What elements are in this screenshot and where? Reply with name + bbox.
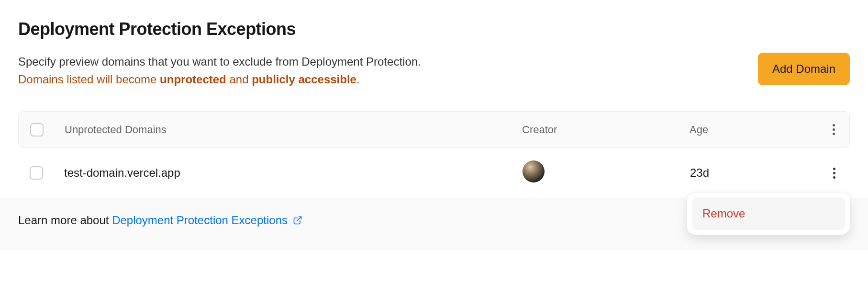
external-link-icon	[293, 216, 302, 225]
row-age: 23d	[690, 166, 810, 180]
learn-more-link-text: Deployment Protection Exceptions	[112, 214, 288, 227]
column-header-creator: Creator	[522, 124, 690, 136]
learn-more-link[interactable]: Deployment Protection Exceptions	[112, 214, 302, 227]
row-actions-popover: Remove	[687, 193, 850, 235]
table-header-row: Unprotected Domains Creator Age	[18, 111, 850, 148]
page-description: Specify preview domains that you want to…	[18, 53, 421, 70]
add-domain-button[interactable]: Add Domain	[758, 53, 850, 85]
column-header-domain: Unprotected Domains	[65, 124, 522, 136]
select-all-checkbox[interactable]	[30, 123, 44, 137]
svg-line-0	[297, 217, 301, 221]
warning-text: Domains listed will become unprotected a…	[18, 70, 421, 88]
remove-menu-item[interactable]: Remove	[692, 197, 845, 230]
footer-prefix: Learn more about	[18, 214, 112, 227]
warning-suffix: .	[356, 73, 360, 86]
warning-mid: and	[226, 73, 252, 86]
column-header-age: Age	[690, 124, 809, 136]
row-domain: test-domain.vercel.app	[64, 166, 523, 180]
warning-prefix: Domains listed will become	[18, 73, 160, 86]
warning-unprotected: unprotected	[160, 73, 226, 86]
warning-public: publicly accessible	[252, 73, 356, 86]
row-actions-menu-button[interactable]	[830, 165, 838, 182]
page-title: Deployment Protection Exceptions	[18, 19, 850, 39]
row-checkbox[interactable]	[30, 166, 43, 180]
header-actions-menu-button[interactable]	[830, 121, 838, 138]
table-row: test-domain.vercel.app 23d	[18, 148, 850, 198]
domains-table: Unprotected Domains Creator Age test-dom…	[18, 111, 850, 198]
creator-avatar	[523, 160, 545, 182]
